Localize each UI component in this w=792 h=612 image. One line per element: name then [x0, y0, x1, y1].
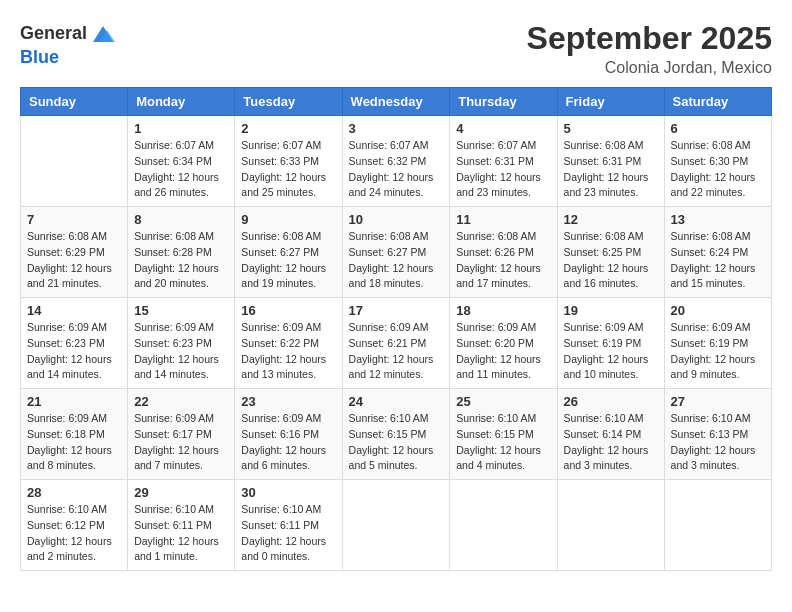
- calendar-day-cell: 28 Sunrise: 6:10 AMSunset: 6:12 PMDaylig…: [21, 480, 128, 571]
- day-info: Sunrise: 6:09 AMSunset: 6:19 PMDaylight:…: [671, 320, 765, 383]
- day-info: Sunrise: 6:08 AMSunset: 6:27 PMDaylight:…: [349, 229, 444, 292]
- calendar-day-cell: 17 Sunrise: 6:09 AMSunset: 6:21 PMDaylig…: [342, 298, 450, 389]
- day-info: Sunrise: 6:07 AMSunset: 6:32 PMDaylight:…: [349, 138, 444, 201]
- day-info: Sunrise: 6:08 AMSunset: 6:24 PMDaylight:…: [671, 229, 765, 292]
- calendar-day-cell: 13 Sunrise: 6:08 AMSunset: 6:24 PMDaylig…: [664, 207, 771, 298]
- day-number: 10: [349, 212, 444, 227]
- day-number: 29: [134, 485, 228, 500]
- logo-blue: Blue: [20, 48, 59, 68]
- calendar-day-cell: 11 Sunrise: 6:08 AMSunset: 6:26 PMDaylig…: [450, 207, 557, 298]
- day-info: Sunrise: 6:09 AMSunset: 6:21 PMDaylight:…: [349, 320, 444, 383]
- calendar-day-cell: 19 Sunrise: 6:09 AMSunset: 6:19 PMDaylig…: [557, 298, 664, 389]
- calendar-day-cell: 23 Sunrise: 6:09 AMSunset: 6:16 PMDaylig…: [235, 389, 342, 480]
- day-info: Sunrise: 6:10 AMSunset: 6:11 PMDaylight:…: [134, 502, 228, 565]
- calendar-day-cell: [342, 480, 450, 571]
- day-number: 13: [671, 212, 765, 227]
- day-info: Sunrise: 6:07 AMSunset: 6:31 PMDaylight:…: [456, 138, 550, 201]
- day-number: 6: [671, 121, 765, 136]
- logo-icon: [89, 20, 117, 48]
- calendar-day-cell: [664, 480, 771, 571]
- day-info: Sunrise: 6:09 AMSunset: 6:17 PMDaylight:…: [134, 411, 228, 474]
- calendar-day-cell: 16 Sunrise: 6:09 AMSunset: 6:22 PMDaylig…: [235, 298, 342, 389]
- day-number: 30: [241, 485, 335, 500]
- day-info: Sunrise: 6:08 AMSunset: 6:29 PMDaylight:…: [27, 229, 121, 292]
- calendar-day-cell: [557, 480, 664, 571]
- day-number: 18: [456, 303, 550, 318]
- calendar-week-row: 28 Sunrise: 6:10 AMSunset: 6:12 PMDaylig…: [21, 480, 772, 571]
- calendar-day-cell: 27 Sunrise: 6:10 AMSunset: 6:13 PMDaylig…: [664, 389, 771, 480]
- calendar-day-cell: 22 Sunrise: 6:09 AMSunset: 6:17 PMDaylig…: [128, 389, 235, 480]
- location-title: Colonia Jordan, Mexico: [527, 59, 772, 77]
- day-info: Sunrise: 6:08 AMSunset: 6:30 PMDaylight:…: [671, 138, 765, 201]
- calendar-day-cell: 21 Sunrise: 6:09 AMSunset: 6:18 PMDaylig…: [21, 389, 128, 480]
- day-info: Sunrise: 6:07 AMSunset: 6:34 PMDaylight:…: [134, 138, 228, 201]
- day-info: Sunrise: 6:09 AMSunset: 6:16 PMDaylight:…: [241, 411, 335, 474]
- calendar-day-cell: 9 Sunrise: 6:08 AMSunset: 6:27 PMDayligh…: [235, 207, 342, 298]
- logo: General Blue: [20, 20, 117, 68]
- day-info: Sunrise: 6:08 AMSunset: 6:26 PMDaylight:…: [456, 229, 550, 292]
- day-number: 14: [27, 303, 121, 318]
- calendar-day-cell: 2 Sunrise: 6:07 AMSunset: 6:33 PMDayligh…: [235, 116, 342, 207]
- calendar-day-cell: 8 Sunrise: 6:08 AMSunset: 6:28 PMDayligh…: [128, 207, 235, 298]
- day-number: 8: [134, 212, 228, 227]
- weekday-header-sunday: Sunday: [21, 88, 128, 116]
- day-info: Sunrise: 6:10 AMSunset: 6:14 PMDaylight:…: [564, 411, 658, 474]
- day-number: 17: [349, 303, 444, 318]
- calendar-day-cell: 12 Sunrise: 6:08 AMSunset: 6:25 PMDaylig…: [557, 207, 664, 298]
- day-number: 19: [564, 303, 658, 318]
- logo-general: General: [20, 24, 87, 44]
- day-number: 24: [349, 394, 444, 409]
- day-info: Sunrise: 6:09 AMSunset: 6:22 PMDaylight:…: [241, 320, 335, 383]
- day-info: Sunrise: 6:09 AMSunset: 6:20 PMDaylight:…: [456, 320, 550, 383]
- day-number: 26: [564, 394, 658, 409]
- calendar-day-cell: 15 Sunrise: 6:09 AMSunset: 6:23 PMDaylig…: [128, 298, 235, 389]
- calendar-day-cell: 29 Sunrise: 6:10 AMSunset: 6:11 PMDaylig…: [128, 480, 235, 571]
- day-number: 3: [349, 121, 444, 136]
- calendar-day-cell: 6 Sunrise: 6:08 AMSunset: 6:30 PMDayligh…: [664, 116, 771, 207]
- day-info: Sunrise: 6:09 AMSunset: 6:23 PMDaylight:…: [27, 320, 121, 383]
- weekday-header-tuesday: Tuesday: [235, 88, 342, 116]
- calendar-week-row: 1 Sunrise: 6:07 AMSunset: 6:34 PMDayligh…: [21, 116, 772, 207]
- day-number: 9: [241, 212, 335, 227]
- day-info: Sunrise: 6:09 AMSunset: 6:23 PMDaylight:…: [134, 320, 228, 383]
- calendar-day-cell: [21, 116, 128, 207]
- day-info: Sunrise: 6:10 AMSunset: 6:11 PMDaylight:…: [241, 502, 335, 565]
- day-number: 12: [564, 212, 658, 227]
- calendar-day-cell: 3 Sunrise: 6:07 AMSunset: 6:32 PMDayligh…: [342, 116, 450, 207]
- day-info: Sunrise: 6:10 AMSunset: 6:13 PMDaylight:…: [671, 411, 765, 474]
- day-number: 21: [27, 394, 121, 409]
- calendar-day-cell: 14 Sunrise: 6:09 AMSunset: 6:23 PMDaylig…: [21, 298, 128, 389]
- calendar-day-cell: 24 Sunrise: 6:10 AMSunset: 6:15 PMDaylig…: [342, 389, 450, 480]
- calendar-day-cell: 26 Sunrise: 6:10 AMSunset: 6:14 PMDaylig…: [557, 389, 664, 480]
- day-info: Sunrise: 6:10 AMSunset: 6:15 PMDaylight:…: [349, 411, 444, 474]
- calendar-week-row: 7 Sunrise: 6:08 AMSunset: 6:29 PMDayligh…: [21, 207, 772, 298]
- day-info: Sunrise: 6:07 AMSunset: 6:33 PMDaylight:…: [241, 138, 335, 201]
- day-number: 7: [27, 212, 121, 227]
- calendar-day-cell: [450, 480, 557, 571]
- page-header: General Blue September 2025 Colonia Jord…: [20, 20, 772, 77]
- calendar-day-cell: 4 Sunrise: 6:07 AMSunset: 6:31 PMDayligh…: [450, 116, 557, 207]
- weekday-header-wednesday: Wednesday: [342, 88, 450, 116]
- day-number: 16: [241, 303, 335, 318]
- calendar-day-cell: 7 Sunrise: 6:08 AMSunset: 6:29 PMDayligh…: [21, 207, 128, 298]
- day-info: Sunrise: 6:10 AMSunset: 6:12 PMDaylight:…: [27, 502, 121, 565]
- day-number: 22: [134, 394, 228, 409]
- calendar-day-cell: 25 Sunrise: 6:10 AMSunset: 6:15 PMDaylig…: [450, 389, 557, 480]
- calendar-day-cell: 30 Sunrise: 6:10 AMSunset: 6:11 PMDaylig…: [235, 480, 342, 571]
- day-info: Sunrise: 6:09 AMSunset: 6:19 PMDaylight:…: [564, 320, 658, 383]
- day-number: 1: [134, 121, 228, 136]
- day-number: 27: [671, 394, 765, 409]
- title-section: September 2025 Colonia Jordan, Mexico: [527, 20, 772, 77]
- weekday-header-monday: Monday: [128, 88, 235, 116]
- day-number: 4: [456, 121, 550, 136]
- weekday-header-saturday: Saturday: [664, 88, 771, 116]
- calendar-day-cell: 1 Sunrise: 6:07 AMSunset: 6:34 PMDayligh…: [128, 116, 235, 207]
- calendar-day-cell: 10 Sunrise: 6:08 AMSunset: 6:27 PMDaylig…: [342, 207, 450, 298]
- day-number: 5: [564, 121, 658, 136]
- calendar-day-cell: 5 Sunrise: 6:08 AMSunset: 6:31 PMDayligh…: [557, 116, 664, 207]
- calendar-table: SundayMondayTuesdayWednesdayThursdayFrid…: [20, 87, 772, 571]
- day-info: Sunrise: 6:10 AMSunset: 6:15 PMDaylight:…: [456, 411, 550, 474]
- weekday-header-friday: Friday: [557, 88, 664, 116]
- day-info: Sunrise: 6:08 AMSunset: 6:28 PMDaylight:…: [134, 229, 228, 292]
- weekday-header-thursday: Thursday: [450, 88, 557, 116]
